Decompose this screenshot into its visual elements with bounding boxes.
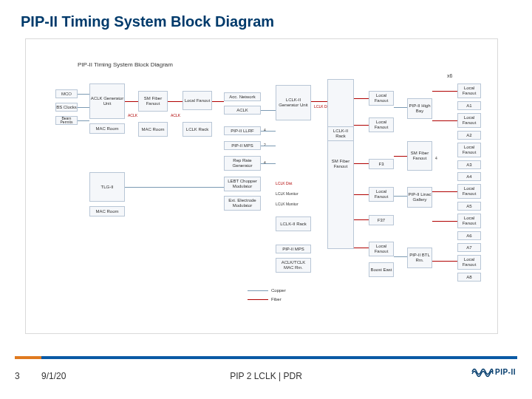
wire [394,156,407,157]
footer-accent [15,356,41,359]
wire [78,94,89,95]
box-mac-room: MAC Room [89,123,125,134]
wire [354,125,369,126]
wire [432,191,457,192]
box-sm-fiber3: SM Fiber Fanout [407,141,432,171]
box-a7: A7 [457,243,481,252]
diagram-subtitle: PIP-II Timing System Block Diagram [78,61,173,68]
box-lclk-rack: LCLK Rack [183,122,212,137]
box-a5: A5 [457,202,481,211]
box-local-fanout-r6: Local Fanout [457,255,481,270]
wire [311,101,327,102]
lbl-aclk2: ACLK [171,113,180,117]
box-local-fanout-c: Local Fanout [369,187,394,202]
wire [78,120,89,121]
wire [261,131,276,132]
box-local-fanout-r2: Local Fanout [457,113,481,128]
wire [394,107,407,108]
wire [432,120,457,121]
wire [432,261,457,262]
wire [261,110,276,111]
box-a2: A2 [457,131,481,140]
box-local-fanout-r3: Local Fanout [457,143,481,157]
box-btl-rm: PIP-II BTL Rm. [407,248,432,268]
box-aclk-tclk: ACLK/TCLK MAC Rm. [276,258,311,273]
slide-center-text: PIP 2 LCLK | PDR [0,371,532,381]
box-boost-east: Boost East [369,262,394,277]
box-acc-network: Acc. Network [224,92,261,101]
box-local-fanout-r: Local Fanout [457,83,481,98]
box-tlg: TLG-II [89,172,125,202]
wire [354,248,369,248]
wire [261,163,276,164]
footer-bar [15,356,517,359]
box-lebt-chopper: LEBT Chopper Modulator [224,177,261,191]
box-highbay: PIP-II High Bay [407,98,432,119]
wire [432,91,457,92]
box-local-fanout-r5: Local Fanout [457,214,481,228]
box-lclk-gen: LCLK-II Generator Unit [276,85,311,120]
wire [261,146,276,146]
box-local-fanout-b: Local Fanout [369,117,394,132]
box-a8: A8 [457,273,481,282]
box-local-fanout-r4: Local Fanout [457,184,481,199]
wire [432,221,457,222]
box-aclk3: ACLK [224,106,261,115]
box-mco: MCO [55,89,78,98]
lbl-num4c: 4 [435,156,437,160]
box-a3: A3 [457,160,481,169]
wire [212,101,224,102]
diagram-canvas: PIP-II Timing System Block Diagram MCO B… [25,38,498,334]
wire [125,187,224,188]
lbl-lclk-dist: LCLK Dist [276,181,293,185]
lbl-aclk: ACLK [128,113,137,117]
box-rep-rate: Rep Rate Generator [224,156,261,171]
box-lclk-rack2: LCLK-II Rack [276,216,311,231]
lbl-num4a: 4 [264,128,266,132]
page-title: PIP-II Timing System Block Diagram [0,0,532,38]
wire [354,163,369,164]
box-sm-fiber-fanout: SM Fiber Fanout [138,91,168,112]
wire [78,107,89,108]
box-f3: F3 [369,159,394,169]
wire [394,256,407,257]
logo-text: PIP-II [495,368,516,376]
box-lclk-rack3: LCLK-II Rack [327,126,354,141]
box-bs-clocks: BS Clocks [55,103,78,112]
lbl-lclk-monitor2: LCLK Monitor [276,202,299,206]
logo: PIP-II [471,365,516,378]
box-a1: A1 [457,101,481,110]
legend-copper: Copper [271,288,286,293]
wire [354,219,369,220]
box-pip2-mps-bottom: PIP-II MPS [276,245,311,253]
legend-fiber-line [248,299,268,300]
wire [394,196,407,197]
legend-fiber: Fiber [271,297,282,301]
lbl-num2: 2 [264,143,266,147]
box-mac-room3: MAC Room [138,122,168,137]
box-mac-room2: MAC Room [89,206,125,216]
box-ext-electrode: Ext. Electrode Modulator [224,196,261,211]
box-local-fanout-1: Local Fanout [183,91,212,110]
box-a4: A4 [457,172,481,181]
box-pip2-mps: PIP-II MPS [224,141,261,150]
lbl-num4b: 4 [264,160,266,165]
legend-copper-line [248,290,268,291]
logo-wave-icon [471,365,494,378]
wire [354,98,369,99]
lbl-lclk-monitor: LCLK Monitor [276,191,299,196]
wire [125,101,138,102]
box-aclk-gen: ACLK Generator Unit [89,83,125,119]
box-beam-permits: Beam Permits [55,116,78,125]
box-sm-fiber-fanout2: SM Fiber Fanout [327,79,354,249]
box-f37: F37 [369,215,394,225]
lbl-x6: x6 [447,73,452,78]
box-local-fanout-d: Local Fanout [369,242,394,256]
wire [168,101,183,102]
wire [354,194,369,195]
box-linac-gallery: PIP-II Linac Gallery [407,187,432,208]
box-local-fanout-a: Local Fanout [369,91,394,106]
box-a6: A6 [457,231,481,240]
box-pip2-llrf: PIP-II LLRF [224,126,261,135]
